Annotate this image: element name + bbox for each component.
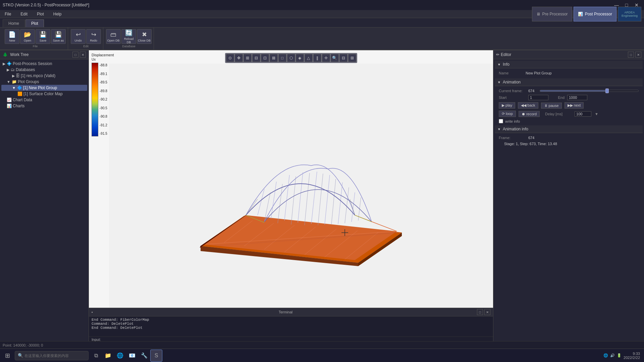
databases-icon: 🗂 xyxy=(11,67,15,72)
ribbon-save-button[interactable]: 💾 Save xyxy=(36,29,50,44)
tree-item-plotgroups[interactable]: ▼ 📁 Plot Groups xyxy=(1,79,87,85)
terminal-content: End Command: FiberColorMap Command: Dele… xyxy=(89,316,493,337)
animation-section-header[interactable]: ▼ Animation xyxy=(495,78,643,86)
vp-btn-5[interactable]: ⊡ xyxy=(261,54,269,62)
tree-item-charts[interactable]: 📊 Charts xyxy=(1,103,87,109)
write-info-row: write info xyxy=(499,119,639,123)
ribbon-saveas-button[interactable]: 💾 Save as xyxy=(51,29,66,44)
tree-item-databases[interactable]: ▶ 🗂 Databases xyxy=(1,67,87,73)
next-button[interactable]: ▶▶ next xyxy=(565,102,584,109)
vp-btn-8[interactable]: ⬡ xyxy=(287,54,295,62)
animation-arrow-icon: ▼ xyxy=(497,80,501,84)
vp-btn-3[interactable]: ⊞ xyxy=(244,54,252,62)
info-name-value: New Plot Group xyxy=(526,71,552,75)
terminal-restore-button[interactable]: □ xyxy=(477,309,483,315)
ribbon-reloaddb-label: Reload DB xyxy=(122,37,136,44)
vp-btn-1[interactable]: ⊙ xyxy=(226,54,234,62)
ribbon-save-label: Save xyxy=(40,39,47,42)
delay-value-field[interactable] xyxy=(575,111,591,117)
taskbar-right: 🌐 🔊 🔋 9:33 2022/2/22 xyxy=(603,352,643,360)
end-value-field[interactable] xyxy=(567,95,587,100)
tree-item-plotgroup[interactable]: ▼ 🔷 [1] New Plot Group xyxy=(1,85,87,91)
panel-close-button[interactable]: ✕ xyxy=(80,52,86,58)
record-button[interactable]: ⏺ record xyxy=(519,111,540,117)
vp-btn-11[interactable]: ‖ xyxy=(313,54,321,62)
cb-label-5: -90.5 xyxy=(100,106,107,111)
pause-button[interactable]: ⏸ pause xyxy=(541,103,562,109)
ribbon-redo-button[interactable]: ↪ Redo xyxy=(86,29,101,44)
databases-expand-icon: ▶ xyxy=(7,68,9,72)
panel-restore-button[interactable]: □ xyxy=(72,52,78,58)
ribbon-opendb-button[interactable]: 🗃 Open DB xyxy=(106,29,121,44)
tree-item-session[interactable]: ▶ 💠 Post-Process Session xyxy=(1,61,87,67)
vp-btn-6[interactable]: ⊠ xyxy=(270,54,278,62)
databases-label: Databases xyxy=(16,67,35,72)
tab-home[interactable]: Home xyxy=(3,19,25,27)
start-value-field[interactable] xyxy=(528,95,548,100)
db-label: [1] res.mpco (Valid) xyxy=(21,73,55,78)
session-icon: 💠 xyxy=(7,61,12,66)
editor-title: Editor xyxy=(501,52,511,57)
main-layout: 🌲 Work Tree □ ✕ ▶ 💠 Post-Process Session… xyxy=(0,50,644,341)
app-button-2[interactable]: 🔧 xyxy=(138,350,150,362)
write-info-checkbox[interactable] xyxy=(499,119,503,123)
vp-btn-13[interactable]: 🔍 xyxy=(331,54,339,62)
explorer-button[interactable]: 📁 xyxy=(102,350,114,362)
cb-label-3: -89.8 xyxy=(100,88,107,94)
vp-btn-14[interactable]: ⊟ xyxy=(339,54,347,62)
loop-button[interactable]: ⟳ loop xyxy=(499,111,516,117)
tree-item-colormap[interactable]: 🟧 [1] Surface Color Map xyxy=(1,91,87,97)
ribbon-new-button[interactable]: 📄 New xyxy=(5,29,19,44)
editor-restore-button[interactable]: □ xyxy=(628,52,634,58)
left-panel-header: 🌲 Work Tree □ ✕ xyxy=(0,50,89,59)
viewport[interactable]: ⊙ ✥ ⊞ ⊟ ⊡ ⊠ □ ⬡ ◈ △ ‖ ✛ 🔍 ⊟ ⊞ Displaceme… xyxy=(89,50,493,341)
ribbon-edit-label: Edit xyxy=(83,45,89,48)
chartdata-label: Chart Data xyxy=(13,98,32,102)
ribbon-closedb-label: Close DB xyxy=(138,39,151,42)
vp-btn-10[interactable]: △ xyxy=(305,54,313,62)
ribbon-open-button[interactable]: 📂 Open xyxy=(20,29,35,44)
taskbar-search-input[interactable] xyxy=(24,354,78,358)
pre-processor-button[interactable]: 🖥 Pre Processor xyxy=(532,7,572,21)
editor-close-button[interactable]: ✕ xyxy=(635,52,641,58)
anim-info-frame-value: 674 xyxy=(528,136,534,140)
vp-btn-4[interactable]: ⊟ xyxy=(252,54,260,62)
post-processor-button[interactable]: 📊 Post Processor xyxy=(574,7,616,21)
animation-slider[interactable] xyxy=(540,90,639,92)
app-button-1[interactable]: 📧 xyxy=(126,350,138,362)
vp-btn-15[interactable]: ⊞ xyxy=(348,54,356,62)
tree-item-db[interactable]: ▶ 🗄 [1] res.mpco (Valid) xyxy=(1,73,87,79)
tab-plot[interactable]: Plot xyxy=(25,19,44,27)
play-button[interactable]: ▶ play xyxy=(499,102,515,109)
vp-btn-2[interactable]: ✥ xyxy=(235,54,243,62)
terminal-close-button[interactable]: ✕ xyxy=(484,309,490,315)
menu-help[interactable]: Help xyxy=(51,11,64,17)
terminal-header: ▪ Terminal □ ✕ xyxy=(89,308,493,316)
animation-info-section-header[interactable]: ▼ Animation info xyxy=(495,125,643,133)
ribbon-undo-button[interactable]: ↩ Undo xyxy=(71,29,86,44)
plotgroups-expand-icon: ▼ xyxy=(7,80,10,84)
menu-edit[interactable]: Edit xyxy=(18,11,30,17)
opendb-icon: 🗃 xyxy=(110,31,116,38)
terminal-input-field[interactable] xyxy=(102,338,490,341)
menu-file[interactable]: File xyxy=(3,11,13,17)
plotgroup-expand-icon: ▼ xyxy=(12,86,16,90)
saveas-icon: 💾 xyxy=(55,31,62,38)
start-button[interactable]: ⊞ xyxy=(1,350,13,362)
work-tree-title: 🌲 Work Tree xyxy=(3,52,29,57)
menu-plot[interactable]: Plot xyxy=(35,11,46,17)
delay-unit: ▼ xyxy=(595,112,598,116)
ribbon-closedb-button[interactable]: ✖ Close DB xyxy=(137,29,152,44)
ribbon-reloaddb-button[interactable]: 🔄 Reload DB xyxy=(121,29,136,44)
stko-button[interactable]: S xyxy=(150,350,162,362)
vp-btn-9[interactable]: ◈ xyxy=(296,54,304,62)
colorbar-title: Displacement xyxy=(92,53,108,57)
vp-btn-12[interactable]: ✛ xyxy=(322,54,330,62)
back-button[interactable]: ◀◀ back xyxy=(518,102,538,109)
ribbon-redo-label: Redo xyxy=(90,39,97,42)
vp-btn-7[interactable]: □ xyxy=(278,54,286,62)
info-section-header[interactable]: ▼ Info xyxy=(495,61,643,68)
chrome-button[interactable]: 🌐 xyxy=(114,350,126,362)
tree-item-chartdata[interactable]: 📈 Chart Data xyxy=(1,97,87,103)
taskview-button[interactable]: ⧉ xyxy=(90,350,102,362)
